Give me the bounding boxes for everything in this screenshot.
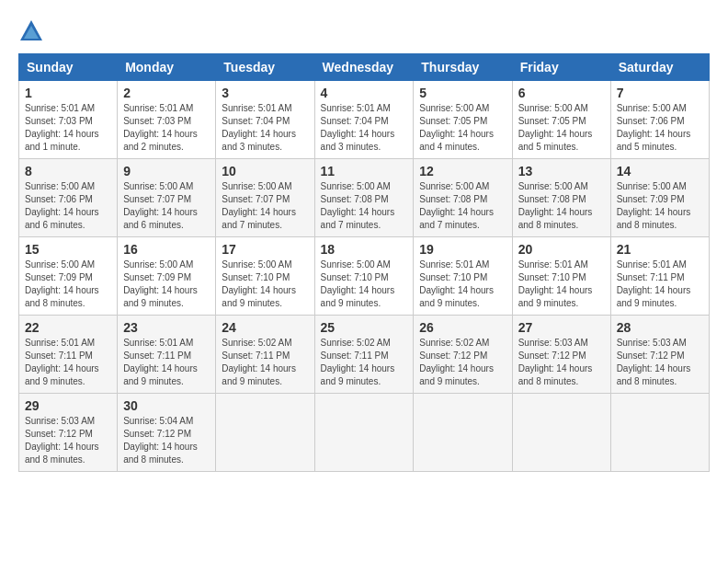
calendar-cell: 5Sunrise: 5:00 AM Sunset: 7:05 PM Daylig… [414,81,512,159]
sunrise-time: Sunrise: 5:01 AM [123,338,193,348]
calendar-cell: 21Sunrise: 5:01 AM Sunset: 7:11 PM Dayli… [610,237,709,316]
day-info: Sunrise: 5:00 AM Sunset: 7:09 PM Dayligh… [25,259,111,310]
daylight-hours: Daylight: 14 hours [419,129,494,139]
day-info: Sunrise: 5:00 AM Sunset: 7:08 PM Dayligh… [321,180,408,232]
calendar-cell: 12Sunrise: 5:00 AM Sunset: 7:08 PM Dayli… [414,159,512,237]
calendar-cell: 14Sunrise: 5:00 AM Sunset: 7:09 PM Dayli… [610,159,709,237]
calendar-cell: 27Sunrise: 5:03 AM Sunset: 7:12 PM Dayli… [512,316,610,394]
daylight-minutes: and 8 minutes. [617,220,677,230]
calendar-cell: 2Sunrise: 5:01 AM Sunset: 7:03 PM Daylig… [118,81,216,159]
day-header-monday: Monday [118,54,216,81]
daylight-minutes: and 9 minutes. [123,298,184,308]
calendar-cell: 24Sunrise: 5:02 AM Sunset: 7:11 PM Dayli… [216,316,314,394]
calendar-cell: 3Sunrise: 5:01 AM Sunset: 7:04 PM Daylig… [216,81,314,159]
sunrise-time: Sunrise: 5:01 AM [25,103,95,113]
day-info: Sunrise: 5:00 AM Sunset: 7:10 PM Dayligh… [222,259,308,310]
day-number: 30 [123,398,210,413]
sunrise-time: Sunrise: 5:01 AM [518,259,588,270]
daylight-hours: Daylight: 14 hours [321,207,395,217]
sunset-time: Sunset: 7:11 PM [617,272,685,282]
sunset-time: Sunset: 7:10 PM [419,272,487,282]
daylight-hours: Daylight: 14 hours [123,129,198,139]
sunset-time: Sunset: 7:10 PM [321,272,389,282]
daylight-minutes: and 9 minutes. [617,298,677,308]
daylight-minutes: and 9 minutes. [222,298,282,308]
daylight-minutes: and 9 minutes. [321,376,381,386]
daylight-minutes: and 9 minutes. [123,376,184,386]
calendar-cell [610,394,709,472]
day-header-wednesday: Wednesday [314,54,414,81]
daylight-minutes: and 3 minutes. [321,142,381,152]
calendar-cell: 8Sunrise: 5:00 AM Sunset: 7:06 PM Daylig… [19,159,118,237]
sunrise-time: Sunrise: 5:01 AM [321,103,391,113]
calendar-cell: 28Sunrise: 5:03 AM Sunset: 7:12 PM Dayli… [610,316,709,394]
calendar-cell: 6Sunrise: 5:00 AM Sunset: 7:05 PM Daylig… [512,81,610,159]
sunset-time: Sunset: 7:08 PM [518,194,586,204]
calendar-cell: 16Sunrise: 5:00 AM Sunset: 7:09 PM Dayli… [118,237,216,316]
calendar-cell: 23Sunrise: 5:01 AM Sunset: 7:11 PM Dayli… [118,316,216,394]
daylight-minutes: and 7 minutes. [419,220,480,230]
daylight-hours: Daylight: 14 hours [222,285,296,295]
daylight-minutes: and 9 minutes. [419,376,480,386]
daylight-minutes: and 9 minutes. [518,298,579,308]
sunrise-time: Sunrise: 5:01 AM [123,103,193,113]
sunset-time: Sunset: 7:06 PM [617,116,685,126]
sunset-time: Sunset: 7:09 PM [617,194,685,204]
day-header-thursday: Thursday [414,54,512,81]
daylight-hours: Daylight: 14 hours [617,285,691,295]
sunrise-time: Sunrise: 5:03 AM [25,416,95,426]
day-info: Sunrise: 5:01 AM Sunset: 7:11 PM Dayligh… [123,337,210,388]
daylight-hours: Daylight: 14 hours [222,207,296,217]
day-info: Sunrise: 5:01 AM Sunset: 7:03 PM Dayligh… [25,102,111,154]
daylight-minutes: and 1 minute. [25,142,81,152]
sunset-time: Sunset: 7:04 PM [321,116,389,126]
daylight-hours: Daylight: 14 hours [518,129,593,139]
sunset-time: Sunset: 7:07 PM [222,194,290,204]
sunrise-time: Sunrise: 5:00 AM [617,181,687,191]
calendar-table: SundayMondayTuesdayWednesdayThursdayFrid… [18,53,710,472]
calendar-week-5: 29Sunrise: 5:03 AM Sunset: 7:12 PM Dayli… [19,394,710,472]
day-number: 7 [617,86,703,100]
sunrise-time: Sunrise: 5:01 AM [25,338,95,348]
daylight-hours: Daylight: 14 hours [419,363,494,373]
calendar-cell: 17Sunrise: 5:00 AM Sunset: 7:10 PM Dayli… [216,237,314,316]
day-info: Sunrise: 5:00 AM Sunset: 7:07 PM Dayligh… [123,180,210,232]
sunrise-time: Sunrise: 5:00 AM [25,259,95,270]
day-info: Sunrise: 5:01 AM Sunset: 7:03 PM Dayligh… [123,102,210,154]
logo [18,18,48,44]
daylight-hours: Daylight: 14 hours [617,363,691,373]
calendar-cell: 30Sunrise: 5:04 AM Sunset: 7:12 PM Dayli… [118,394,216,472]
calendar-cell: 19Sunrise: 5:01 AM Sunset: 7:10 PM Dayli… [414,237,512,316]
daylight-hours: Daylight: 14 hours [222,363,296,373]
sunset-time: Sunset: 7:12 PM [518,350,586,361]
calendar-cell: 7Sunrise: 5:00 AM Sunset: 7:06 PM Daylig… [610,81,709,159]
daylight-minutes: and 8 minutes. [25,298,85,308]
sunset-time: Sunset: 7:09 PM [25,272,93,282]
daylight-minutes: and 9 minutes. [25,376,85,386]
daylight-hours: Daylight: 14 hours [419,285,494,295]
daylight-hours: Daylight: 14 hours [123,363,198,373]
sunrise-time: Sunrise: 5:00 AM [518,103,588,113]
day-number: 21 [617,242,703,257]
daylight-hours: Daylight: 14 hours [123,207,198,217]
daylight-hours: Daylight: 14 hours [25,363,99,373]
calendar-week-2: 8Sunrise: 5:00 AM Sunset: 7:06 PM Daylig… [19,159,710,237]
day-number: 14 [617,164,703,178]
calendar-week-3: 15Sunrise: 5:00 AM Sunset: 7:09 PM Dayli… [19,237,710,316]
calendar-cell: 18Sunrise: 5:00 AM Sunset: 7:10 PM Dayli… [314,237,414,316]
sunset-time: Sunset: 7:11 PM [222,350,290,361]
day-number: 11 [321,164,408,178]
daylight-hours: Daylight: 14 hours [617,207,691,217]
day-info: Sunrise: 5:00 AM Sunset: 7:05 PM Dayligh… [518,102,605,154]
calendar-cell: 13Sunrise: 5:00 AM Sunset: 7:08 PM Dayli… [512,159,610,237]
calendar-cell: 9Sunrise: 5:00 AM Sunset: 7:07 PM Daylig… [118,159,216,237]
sunset-time: Sunset: 7:12 PM [617,350,685,361]
day-number: 6 [518,86,605,100]
day-number: 23 [123,320,210,335]
calendar-week-4: 22Sunrise: 5:01 AM Sunset: 7:11 PM Dayli… [19,316,710,394]
daylight-hours: Daylight: 14 hours [321,285,395,295]
daylight-minutes: and 5 minutes. [617,142,677,152]
day-info: Sunrise: 5:01 AM Sunset: 7:11 PM Dayligh… [25,337,111,388]
sunset-time: Sunset: 7:10 PM [222,272,290,282]
sunset-time: Sunset: 7:06 PM [25,194,93,204]
